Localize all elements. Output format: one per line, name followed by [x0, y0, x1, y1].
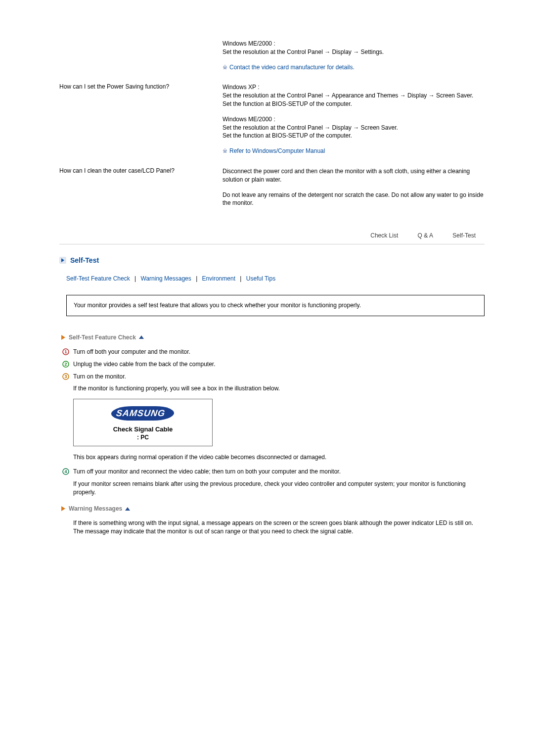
svg-text:3: 3 — [64, 374, 67, 379]
qa-question: How can I clean the outer case/LCD Panel… — [59, 167, 222, 214]
osd-illustration: SAMSUNG Check Signal Cable : PC — [73, 399, 213, 446]
svg-marker-10 — [61, 506, 65, 511]
step-item: 3 Turn on the monitor. — [62, 373, 485, 381]
answer-text: Windows XP : Set the resolution at the C… — [222, 83, 485, 108]
svg-text:2: 2 — [64, 362, 67, 367]
section-heading: Self-Test — [59, 256, 485, 264]
sublink-selftest[interactable]: Self-Test Feature Check — [66, 275, 130, 282]
subsection-title: Warning Messages — [69, 505, 122, 512]
step-text: Turn off both your computer and the moni… — [73, 348, 485, 356]
sublink-tips[interactable]: Useful Tips — [246, 275, 275, 282]
section-title: Self-Test — [70, 256, 99, 264]
tab-qa[interactable]: Q & A — [409, 229, 442, 242]
sub-link-row: Self-Test Feature Check | Warning Messag… — [66, 275, 485, 282]
warning-text: If there is something wrong with the inp… — [73, 519, 485, 536]
note-text: Contact the video card manufacturer for … — [229, 64, 355, 71]
svg-text:1: 1 — [64, 349, 67, 354]
answer-text: Disconnect the power cord and then clean… — [222, 167, 485, 184]
step-text: Turn off your monitor and reconnect the … — [73, 468, 485, 476]
svg-marker-1 — [61, 335, 65, 340]
qa-answer: Disconnect the power cord and then clean… — [222, 167, 485, 214]
answer-text: Windows ME/2000 : Set the resolution at … — [222, 115, 485, 140]
step-item: 2 Unplug the video cable from the back o… — [62, 360, 485, 369]
qa-row: How can I set the Power Saving function?… — [59, 83, 485, 162]
qa-question: How can I set the Power Saving function? — [59, 83, 222, 162]
step-item: 4 Turn off your monitor and reconnect th… — [62, 468, 485, 476]
answer-text: Do not leave any remains of the detergen… — [222, 191, 485, 208]
subsection-heading: Self-Test Feature Check — [60, 334, 485, 341]
intro-text: Your monitor provides a self test featur… — [74, 302, 361, 309]
answer-text: Windows ME/2000 : Set the resolution at … — [222, 40, 485, 56]
step-2-icon: 2 — [62, 361, 69, 368]
qa-answer: Windows XP : Set the resolution at the C… — [222, 83, 485, 162]
qa-row: Windows ME/2000 : Set the resolution at … — [59, 40, 485, 78]
intro-box: Your monitor provides a self test featur… — [66, 295, 485, 316]
samsung-logo: SAMSUNG — [110, 406, 175, 421]
separator: | — [196, 275, 197, 282]
bullet-arrow-icon — [60, 334, 66, 340]
sublink-warning[interactable]: Warning Messages — [141, 275, 191, 282]
osd-submessage: : PC — [79, 434, 207, 441]
note-text: Refer to Windows/Computer Manual — [229, 147, 325, 154]
step-text: Unplug the video cable from the back of … — [73, 360, 485, 369]
separator: | — [240, 275, 241, 282]
note-icon: ※ — [222, 64, 227, 71]
qa-answer: Windows ME/2000 : Set the resolution at … — [222, 40, 485, 78]
step-1-icon: 1 — [62, 348, 69, 355]
osd-message: Check Signal Cable — [79, 425, 207, 433]
answer-note: ※Refer to Windows/Computer Manual — [222, 147, 485, 155]
step-text: Turn on the monitor. — [73, 373, 485, 381]
qa-row: How can I clean the outer case/LCD Panel… — [59, 167, 485, 214]
tab-bar: Check List Q & A Self-Test — [59, 229, 485, 242]
scroll-top-icon[interactable] — [125, 507, 130, 511]
svg-marker-0 — [61, 258, 64, 262]
section-arrow-icon — [59, 257, 66, 264]
divider — [59, 244, 485, 244]
separator: | — [134, 275, 136, 282]
tab-selftest[interactable]: Self-Test — [444, 229, 485, 242]
bullet-arrow-icon — [60, 506, 66, 512]
step-subtext: If the monitor is functioning properly, … — [73, 384, 485, 393]
subsection-heading: Warning Messages — [60, 505, 485, 512]
step-subtext: This box appears during normal operation… — [73, 453, 485, 462]
step-subtext: If your monitor screen remains blank aft… — [73, 480, 485, 497]
sublink-environment[interactable]: Environment — [202, 275, 235, 282]
page-content: Windows ME/2000 : Set the resolution at … — [0, 0, 534, 571]
qa-question — [59, 40, 222, 78]
svg-text:4: 4 — [64, 469, 67, 474]
note-icon: ※ — [222, 147, 227, 154]
scroll-top-icon[interactable] — [139, 335, 144, 339]
step-item: 1 Turn off both your computer and the mo… — [62, 348, 485, 356]
subsection-title: Self-Test Feature Check — [69, 334, 136, 341]
answer-note: ※Contact the video card manufacturer for… — [222, 63, 485, 72]
step-4-icon: 4 — [62, 468, 69, 475]
step-3-icon: 3 — [62, 373, 69, 380]
tab-checklist[interactable]: Check List — [361, 229, 407, 242]
